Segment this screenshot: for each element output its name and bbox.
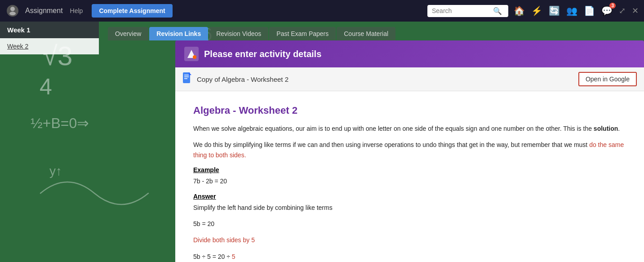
logo-icon bbox=[5, 4, 20, 18]
modal-header: Please enter activity details bbox=[175, 40, 644, 67]
tab-revision-links[interactable]: Revision Links bbox=[149, 27, 208, 40]
tab-revision-videos[interactable]: Revision Videos bbox=[209, 27, 268, 40]
home-icon[interactable]: 🏠 bbox=[514, 5, 525, 16]
sidebar: Week 1 Week 2 bbox=[0, 22, 99, 262]
modal-header-icon bbox=[184, 47, 199, 61]
complete-assignment-button[interactable]: Complete Assignment bbox=[92, 4, 172, 18]
top-navigation: Assignment Help Complete Assignment 🔍 🏠 … bbox=[0, 0, 644, 22]
file-name: Copy of Algebra - Worksheet 2 bbox=[197, 75, 574, 83]
close-icon[interactable]: ✕ bbox=[632, 6, 639, 16]
svg-rect-15 bbox=[184, 75, 189, 75]
document-example-label: Example bbox=[193, 166, 626, 173]
tab-course-material[interactable]: Course Material bbox=[337, 27, 395, 40]
document-answer-label: Answer bbox=[193, 193, 626, 200]
tab-past-exam[interactable]: Past Exam Papers bbox=[269, 27, 336, 40]
svg-rect-16 bbox=[184, 76, 189, 77]
assignment-title: Assignment bbox=[25, 7, 63, 15]
help-link[interactable]: Help bbox=[70, 7, 83, 14]
search-box: 🔍 bbox=[427, 5, 508, 17]
document-icon[interactable]: 📄 bbox=[584, 5, 595, 16]
google-doc-icon bbox=[182, 72, 192, 86]
document-paragraph-1: When we solve algebraic equations, our a… bbox=[193, 124, 626, 133]
refresh-icon[interactable]: 🔄 bbox=[549, 5, 560, 16]
notification-icon[interactable]: 💬 bbox=[601, 5, 613, 16]
nav-icons-group: 🏠 ⚡ 🔄 👥 📄 💬 ⤢ ✕ bbox=[514, 5, 639, 16]
svg-point-13 bbox=[193, 55, 196, 59]
svg-point-10 bbox=[10, 7, 15, 11]
svg-rect-17 bbox=[184, 78, 187, 79]
flash-icon[interactable]: ⚡ bbox=[531, 5, 542, 16]
document-example-equation: 7b - 2b = 20 bbox=[193, 176, 626, 186]
document-answer-line3: Divide both sides by 5 bbox=[193, 235, 626, 245]
open-in-google-button[interactable]: Open in Google bbox=[578, 72, 637, 86]
modal-container: Please enter activity details Copy of Al… bbox=[175, 40, 644, 262]
svg-point-11 bbox=[9, 12, 16, 15]
svg-marker-18 bbox=[189, 72, 191, 75]
expand-icon[interactable]: ⤢ bbox=[619, 6, 626, 16]
document-content: Algebra - Worksheet 2 When we solve alge… bbox=[175, 91, 644, 262]
group-icon[interactable]: 👥 bbox=[566, 5, 577, 16]
tabs-bar: Overview Revision Links Revision Videos … bbox=[99, 22, 644, 40]
tab-overview[interactable]: Overview bbox=[108, 27, 148, 40]
document-answer-line4: 5b ÷ 5 = 20 ÷ 5 bbox=[193, 252, 626, 262]
document-paragraph-2: We do this by simplifying like terms if … bbox=[193, 140, 626, 160]
document-title: Algebra - Worksheet 2 bbox=[193, 105, 626, 116]
document-answer-line2: 5b = 20 bbox=[193, 219, 626, 229]
sidebar-item-week2[interactable]: Week 2 bbox=[0, 38, 99, 54]
search-input[interactable] bbox=[432, 7, 490, 14]
modal-title: Please enter activity details bbox=[204, 49, 321, 59]
sidebar-item-week1[interactable]: Week 1 bbox=[0, 22, 99, 38]
search-icon[interactable]: 🔍 bbox=[493, 7, 502, 15]
document-answer-line1: Simplify the left hand side by combining… bbox=[193, 203, 626, 213]
modal-file-row: Copy of Algebra - Worksheet 2 Open in Go… bbox=[175, 67, 644, 91]
